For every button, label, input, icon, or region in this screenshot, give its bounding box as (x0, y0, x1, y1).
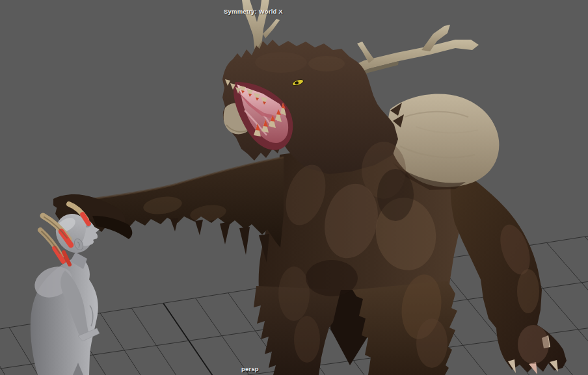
hud-camera-label: persp (241, 365, 259, 372)
hud-symmetry-status: Symmetry: World X (224, 8, 283, 15)
scene-3d (0, 0, 588, 375)
viewport-canvas[interactable]: Symmetry: World X persp (0, 0, 588, 375)
monster-model[interactable] (53, 0, 567, 375)
